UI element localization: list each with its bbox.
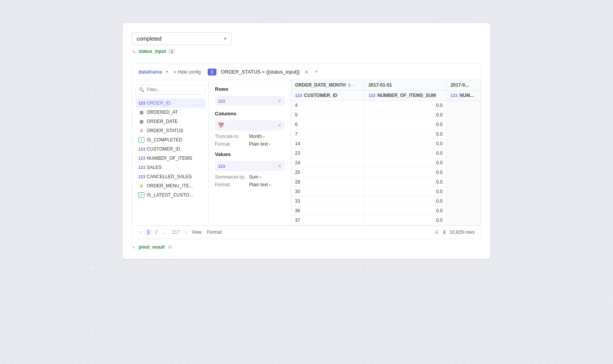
columns-field-close-icon[interactable]: ✕ — [277, 123, 282, 128]
cell-val1: 0.0 — [364, 139, 446, 149]
cell-val2 — [447, 120, 481, 130]
prev-page-button[interactable]: ‹ — [138, 229, 144, 236]
cell-val2 — [447, 101, 481, 110]
field-item-order-id[interactable]: 123ORDER_ID — [135, 98, 205, 108]
field-filter-input[interactable] — [147, 87, 202, 92]
dataframe-body: 🔍 123ORDER_ID▦ORDERED_AT▦ORDER_DATEAORDE… — [132, 80, 481, 225]
page-2-button[interactable]: 2 — [153, 229, 160, 236]
customer-id-type-icon: 123 — [295, 93, 302, 98]
summarize-label: Summarize by: — [215, 174, 247, 180]
field-item-order-status[interactable]: AORDER_STATUS — [135, 126, 205, 135]
field-item-sales[interactable]: 123SALES — [135, 163, 205, 172]
field-label: SALES — [147, 165, 162, 170]
table-row: 25 0.0 — [291, 168, 481, 177]
truncate-to-row: Truncate to: Month ▾ — [215, 134, 285, 139]
cell-customer-id: 28 — [291, 177, 364, 187]
cell-val1: 0.0 — [364, 130, 446, 139]
field-type-num-icon: 123 — [138, 101, 144, 105]
copy-icon[interactable]: ⎘ — [435, 229, 438, 235]
close-filter-icon[interactable]: ✕ — [304, 69, 309, 75]
gear-icon[interactable]: ⚙ — [168, 244, 172, 250]
fields-panel: 🔍 123ORDER_ID▦ORDERED_AT▦ORDER_DATEAORDE… — [132, 80, 209, 225]
footer-actions: View Format — [192, 230, 221, 235]
cell-val1: 0.0 — [364, 110, 446, 120]
field-label: ORDER_MENU_ITE... — [147, 183, 193, 189]
columns-format-chevron-icon: ▾ — [269, 142, 271, 146]
summarize-select[interactable]: Sum ▾ — [249, 174, 262, 180]
field-type-bool-icon: ✓ — [138, 137, 144, 143]
table-row: 36 0.0 — [291, 206, 481, 216]
values-format-label: Format: — [215, 182, 247, 187]
pagination: ‹ 1 2 ... 217 › — [138, 229, 188, 236]
cell-val2 — [447, 110, 481, 120]
truncate-select[interactable]: Month ▾ — [249, 134, 265, 139]
field-item-order-menu-ite---[interactable]: AORDER_MENU_ITE... — [135, 181, 205, 190]
cell-val2 — [447, 206, 481, 216]
values-field-item: 123 ✕ — [215, 161, 285, 171]
result-ref-name: pivot_result — [139, 244, 165, 250]
field-item-customer-id[interactable]: 123CUSTOMER_ID — [135, 144, 205, 154]
hide-config-button[interactable]: « Hide config — [174, 69, 201, 75]
columns-format-label: Format: — [215, 141, 247, 147]
field-item-cancelled-sales[interactable]: 123CANCELLED_SALES — [135, 172, 205, 181]
summarize-value: Sum — [249, 174, 259, 180]
dataframe-chevron-icon[interactable]: ▾ — [166, 69, 168, 74]
format-link[interactable]: Format — [207, 230, 221, 235]
field-item-is-completed[interactable]: ✓IS_COMPLETED — [135, 135, 205, 144]
field-label: ORDERED_AT — [147, 110, 178, 115]
field-item-order-date[interactable]: ▦ORDER_DATE — [135, 117, 205, 126]
values-format-select[interactable]: Plain text ▾ — [249, 182, 271, 187]
table-row: 5 0.0 — [291, 110, 481, 120]
fields-list: 123ORDER_ID▦ORDERED_AT▦ORDER_DATEAORDER_… — [135, 98, 205, 200]
rows-field-type-icon: 123 — [218, 99, 225, 103]
field-item-is-latest-custo---[interactable]: ✓IS_LATEST_CUSTO... — [135, 190, 205, 200]
table-row: 24 0.0 — [291, 158, 481, 168]
cell-val1: 0.0 — [364, 158, 446, 168]
cell-val1: 0.0 — [364, 187, 446, 197]
field-item-number-of-items[interactable]: 123NUMBER_OF_ITEMS — [135, 154, 205, 163]
download-icon[interactable]: ⬇ — [442, 229, 447, 235]
cell-customer-id: 7 — [291, 130, 364, 139]
input-ref-badge: 1 — [168, 49, 175, 54]
dataframe-footer: ‹ 1 2 ... 217 › View Format ⎘ ⬇ 10,829 r… — [132, 225, 481, 239]
cell-customer-id: 14 — [291, 139, 364, 149]
field-label: IS_LATEST_CUSTO... — [147, 192, 193, 198]
result-ref: ↳ pivot_result ⚙ — [132, 244, 481, 250]
input-section: completed ▾ ↳ status_input 1 — [132, 32, 481, 54]
columns-format-select[interactable]: Plain text ▾ — [249, 141, 271, 147]
field-type-num-icon: 123 — [138, 156, 144, 161]
values-format-chevron-icon: ▾ — [269, 183, 271, 187]
truncate-value: Month — [249, 134, 262, 139]
field-label: ORDER_ID — [147, 100, 170, 106]
input-ref-arrow: ↳ — [132, 48, 136, 54]
cell-val1: 0.0 — [364, 177, 446, 187]
field-filter-input-wrapper: 🔍 — [135, 85, 205, 95]
next-page-button[interactable]: › — [183, 229, 188, 236]
columns-format-row: Format: Plain text ▾ — [215, 141, 285, 147]
status-dropdown[interactable]: completed ▾ — [132, 32, 231, 45]
page-1-button[interactable]: 1 — [145, 229, 152, 236]
cell-val2 — [447, 139, 481, 149]
page-217-button[interactable]: 217 — [170, 229, 182, 236]
hide-config-label: Hide config — [178, 69, 201, 75]
values-section-title: Values — [215, 151, 285, 157]
truncate-chevron-icon: ▾ — [263, 134, 265, 139]
view-link[interactable]: View — [192, 230, 202, 235]
add-filter-button[interactable]: + — [314, 68, 318, 76]
field-item-ordered-at[interactable]: ▦ORDERED_AT — [135, 108, 205, 117]
rows-field-close-icon[interactable]: ✕ — [277, 98, 282, 104]
expand-icon[interactable]: › — [353, 83, 354, 87]
dataframe-label[interactable]: dataframe — [138, 69, 162, 75]
values-field-close-icon[interactable]: ✕ — [277, 163, 282, 169]
input-ref-name: status_input — [139, 49, 166, 54]
columns-format-value: Plain text — [249, 141, 268, 147]
columns-field-item: 📅 ✕ — [215, 120, 285, 131]
col-header-order-date-month[interactable]: ORDER_DATE_MONTH ⇅ › — [291, 80, 364, 90]
col-header-2017-02: 2017-0... — [447, 80, 481, 90]
search-icon: 🔍 — [139, 87, 144, 92]
filter-count-badge: 1 — [208, 69, 216, 75]
table-row: 4 0.0 — [291, 101, 481, 110]
table-row: 37 0.0 — [291, 216, 481, 225]
table-row: 28 0.0 — [291, 177, 481, 187]
cell-customer-id: 6 — [291, 120, 364, 130]
